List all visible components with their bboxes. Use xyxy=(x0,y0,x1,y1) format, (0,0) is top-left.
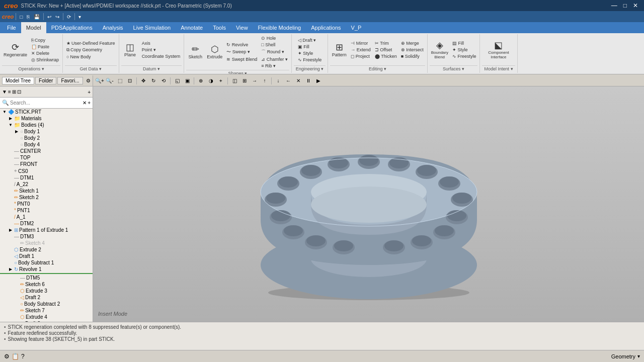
tree-item-dtm1[interactable]: — DTM1 xyxy=(0,174,93,181)
tab-vp[interactable]: V_P xyxy=(346,22,367,33)
tree-item-revolve1[interactable]: ▶ ↻ Revolve 1 xyxy=(0,266,93,273)
extrude-button[interactable]: ⬡ Extrude xyxy=(205,44,224,60)
close-button[interactable]: ✕ xyxy=(631,2,640,9)
tree-search-clear[interactable]: ✕ xyxy=(83,100,87,106)
component-interface-button[interactable]: ⬕ ComponentInterface xyxy=(487,40,510,60)
point-tags-button[interactable]: ↑ xyxy=(260,76,269,85)
tree-toggle-bodysubt1[interactable] xyxy=(8,260,13,265)
plane-button[interactable]: ◫ Plane xyxy=(121,42,139,58)
tab-view[interactable]: View xyxy=(231,22,253,33)
tab-livesim[interactable]: Live Simulation xyxy=(128,22,176,33)
spin-button[interactable]: ⟲ xyxy=(159,76,168,85)
tree-search-add[interactable]: + xyxy=(88,100,91,106)
delete-button[interactable]: ✕ Delete xyxy=(30,50,60,56)
trim-button[interactable]: ✂ Trim xyxy=(373,40,398,46)
persp-button[interactable]: ⌖ xyxy=(216,76,225,85)
tree-item-extrude3[interactable]: ⬡ Extrude 3 xyxy=(0,288,93,294)
tab-flexible[interactable]: Flexible Modeling xyxy=(253,22,306,33)
tree-list-button[interactable]: ≡ xyxy=(8,89,11,95)
tree-item-sketch4[interactable]: ✏ Sketch 4 xyxy=(0,240,93,246)
tree-item-dtm2[interactable]: — DTM2 xyxy=(0,220,93,227)
tree-toggle-revolve1[interactable]: ▶ xyxy=(8,267,13,272)
fill-eng-button[interactable]: ▣ Fill xyxy=(296,44,324,50)
tree-search-input[interactable] xyxy=(10,100,82,106)
qa-regen-button[interactable]: ⟳ xyxy=(65,14,72,20)
model-intent-label[interactable]: Model Intent ▾ xyxy=(482,65,515,72)
shrinkwrap-button[interactable]: ◎ Shrinkwrap xyxy=(30,57,60,63)
datum-planes-button[interactable]: ◫ xyxy=(230,76,239,85)
tree-toggle-body1[interactable]: ▶ xyxy=(14,129,19,134)
zoom-out-button[interactable]: 🔍- xyxy=(105,76,114,85)
pause-button[interactable]: ⏸ xyxy=(304,76,313,85)
tree-toggle-dtm3[interactable] xyxy=(8,234,13,239)
zoom-in-button[interactable]: 🔍+ xyxy=(95,76,104,85)
project-button[interactable]: ◻ Project xyxy=(349,53,372,59)
minimize-button[interactable]: — xyxy=(609,2,619,9)
maximize-button[interactable]: □ xyxy=(621,2,629,9)
point-button[interactable]: Point ▾ xyxy=(140,47,182,53)
tree-item-front[interactable]: — FRONT xyxy=(0,161,93,167)
tree-toggle-sketch7[interactable] xyxy=(14,308,19,313)
surfaces-label[interactable]: Surfaces ▾ xyxy=(430,65,478,72)
tree-item-a22[interactable]: / A_22 xyxy=(0,181,93,188)
copy-geometry-button[interactable]: ⧉ Copy Geometry xyxy=(65,47,117,53)
shapes-label[interactable]: Shapes ▾ xyxy=(186,70,289,74)
tree-item-stick-prt[interactable]: ▼ 🔷 STICK.PRT xyxy=(0,109,93,115)
tree-toggle-a22[interactable] xyxy=(8,182,13,187)
annot-button[interactable]: ↓ xyxy=(274,76,283,85)
tree-toggle-pnt1[interactable] xyxy=(8,208,13,213)
chamfer-button[interactable]: ⊿ Chamfer ▾ xyxy=(260,56,289,62)
tab-pds[interactable]: PDSApplications xyxy=(46,22,98,33)
solidify-button[interactable]: ■ Solidify xyxy=(399,53,425,59)
user-defined-feature-button[interactable]: ★ User-Defined Feature xyxy=(65,40,117,46)
tab-model[interactable]: Model xyxy=(21,22,46,33)
shell-button[interactable]: □ Shell xyxy=(260,42,289,48)
engineering-label[interactable]: Engineering ▾ xyxy=(294,65,326,72)
tree-item-body1[interactable]: ▶ ○ Body 1 xyxy=(0,128,93,135)
qa-new-button[interactable]: □ xyxy=(18,14,24,20)
editing-label[interactable]: Editing ▾ xyxy=(330,65,425,72)
tree-item-sketch2[interactable]: ✏ Sketch 2 xyxy=(0,194,93,201)
tree-item-materials[interactable]: ▶ 📁 Materials xyxy=(0,115,93,122)
tree-toggle-bodies[interactable]: ▼ xyxy=(8,123,13,128)
rotate-button[interactable]: ↻ xyxy=(149,76,158,85)
tab-tools[interactable]: Tools xyxy=(208,22,231,33)
tree-item-sketch6[interactable]: ✏ Sketch 6 xyxy=(0,281,93,288)
named-view-button[interactable]: ▣ xyxy=(183,76,192,85)
style-surf-button[interactable]: ✦ Style xyxy=(451,47,478,53)
tab-folder[interactable]: Folder xyxy=(35,77,56,84)
tree-item-draft1[interactable]: ◁ Draft 1 xyxy=(0,253,93,259)
tab-model-tree[interactable]: Model Tree xyxy=(2,77,34,84)
tree-item-dtm5[interactable]: — DTM5 xyxy=(0,275,93,281)
tree-toggle-extrude2[interactable] xyxy=(8,247,13,252)
tree-toggle-sketch2[interactable] xyxy=(8,195,13,200)
sketch-button[interactable]: ✏ Sketch xyxy=(186,44,204,60)
play-button[interactable]: ▶ xyxy=(314,76,323,85)
tree-toggle-top[interactable] xyxy=(8,155,13,160)
tree-item-bodies[interactable]: ▼ 📁 Bodies (4) xyxy=(0,122,93,128)
tree-toggle-body2[interactable] xyxy=(14,136,19,141)
tree-toggle-pattern1[interactable]: ▶ xyxy=(8,228,13,233)
tree-toggle-stick-prt[interactable]: ▼ xyxy=(2,110,7,115)
tree-item-cs0[interactable]: ⌖ CS0 xyxy=(0,167,93,174)
tree-item-pnt1[interactable]: * PNT1 xyxy=(0,207,93,214)
tree-toggle-body4[interactable] xyxy=(14,142,19,147)
display-option-button[interactable]: ◑ xyxy=(206,76,215,85)
qa-more-button[interactable]: ▾ xyxy=(77,14,83,20)
qa-copy-button[interactable]: ⎘ xyxy=(25,14,31,20)
tab-analysis[interactable]: Analysis xyxy=(98,22,128,33)
pattern-button[interactable]: ⊞ Pattern xyxy=(330,42,348,58)
zoom-box-button[interactable]: ⊡ xyxy=(125,76,134,85)
zoom-fit-button[interactable]: ⬚ xyxy=(115,76,124,85)
offset-button[interactable]: ⊐ Offset xyxy=(373,47,398,53)
freestyle-button[interactable]: ∿ Freestyle xyxy=(296,57,324,63)
tree-item-center[interactable]: — CENTER xyxy=(0,148,93,154)
tree-toggle-draft1[interactable] xyxy=(8,254,13,259)
getdata-label[interactable]: Get Data ▾ xyxy=(65,65,117,72)
rib-button[interactable]: ≡ Rib ▾ xyxy=(260,63,289,69)
tree-item-sketch1[interactable]: ✏ Sketch 1 xyxy=(0,188,93,194)
stop-button[interactable]: ✕ xyxy=(294,76,303,85)
tree-add-button[interactable]: + xyxy=(88,89,91,95)
tree-toggle-sketch6[interactable] xyxy=(14,282,19,287)
round-button[interactable]: ⌒ Round ▾ xyxy=(260,48,289,56)
